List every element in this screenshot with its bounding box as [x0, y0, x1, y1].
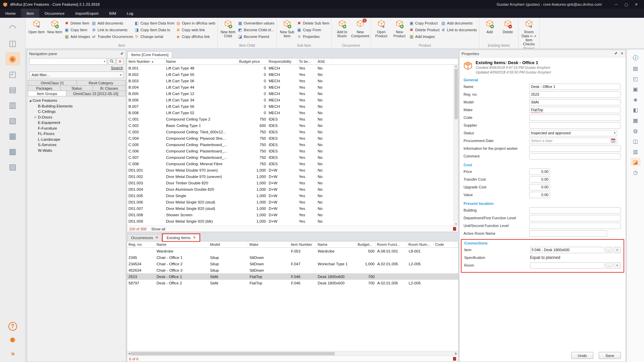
filter-tab-packages[interactable]: Packages	[28, 85, 61, 91]
field-input-comment[interactable]	[529, 153, 621, 160]
table-row[interactable]: D01.005Door Single1,000D+WYesNo	[127, 192, 458, 199]
ribbon-button-new-component[interactable]: 2New Component	[352, 19, 369, 38]
table-row[interactable]: B.006Lift Cart Type 340MECHYesNo	[127, 97, 458, 103]
table-row[interactable]: C.001Compound Ceiling Type 2750IDESYesNo	[127, 116, 458, 122]
close-tab-icon[interactable]: ✕	[155, 235, 158, 240]
field-input-building[interactable]	[529, 207, 621, 214]
field-input-room[interactable]	[530, 262, 604, 269]
ribbon-button-delete-sub-item[interactable]: ✖Delete Sub Item	[297, 20, 329, 26]
field-input-code[interactable]	[529, 115, 621, 121]
table-row[interactable]: B.007Lift Cart Type 560MECHYesNo	[127, 103, 458, 109]
pin-icon[interactable]	[614, 51, 618, 56]
table-row-selected[interactable]: 2523Desk - Office 1SitAtFlatTopF.046Desk…	[127, 273, 458, 280]
close-panel-icon[interactable]: ✕	[621, 51, 624, 56]
sidebar-item-data[interactable]: ▥	[5, 98, 20, 112]
browse-room-button[interactable]: …	[606, 262, 612, 269]
table-row[interactable]: 58797Desk - Office 2SitAtFlatTopF.046Des…	[127, 280, 458, 286]
ribbon-button-copy-product[interactable]: ▣Copy Product	[409, 20, 440, 26]
ribbon-button-new-item[interactable]: New Item	[46, 19, 63, 34]
maximize-button[interactable]: ▢	[621, 2, 631, 7]
column-header-budget-price[interactable]: Budget price	[238, 58, 267, 64]
clear-item-button[interactable]: ✕	[614, 247, 621, 253]
column-header-item-number[interactable]: Item Number▲	[127, 58, 165, 64]
tree-node-core-features[interactable]: ◢Core Features	[28, 98, 125, 103]
ribbon-button-room-data-item-checks[interactable]: Room Data <- > Item Checks	[521, 19, 537, 46]
field-input-information-for-the-project-worker[interactable]	[529, 145, 621, 152]
table-row[interactable]: B.001Lift Cart Type 480MECHYesNo	[127, 65, 458, 71]
tab-existing-items[interactable]: Existing Items✕	[163, 234, 200, 241]
field-input-active-room-name[interactable]	[529, 230, 607, 237]
ribbon-button-change-serial[interactable]: ↻Change serial	[135, 34, 174, 39]
column-header-item-number-4[interactable]: Item Number	[289, 241, 316, 247]
ribbon-button-link-to-documents[interactable]: ⊕Link to documents	[441, 27, 477, 33]
browse-item-button[interactable]: …	[606, 247, 612, 253]
table-row[interactable]: D01.009Door Metal Single 920 (blk)1,000D…	[127, 218, 458, 224]
menu-tab-bim[interactable]: BIM	[104, 9, 121, 18]
filter-indicator-icon[interactable]	[453, 357, 456, 361]
ribbon-button-copy-from[interactable]: ▣Copy From	[297, 27, 329, 33]
field-input-reg-no[interactable]: 2523	[529, 91, 621, 98]
table-row[interactable]: D01.006Door Metal Single 920 (stud)1,000…	[127, 199, 458, 205]
column-header-room-funct-7[interactable]: Room Funct...	[376, 241, 407, 247]
table-row[interactable]: D01.002Door Metal Double 970 (uneven)1,0…	[127, 173, 458, 180]
clear-room-button[interactable]: ✕	[614, 262, 621, 269]
sidebar-item-products[interactable]: ◰	[5, 67, 20, 81]
table-row[interactable]: D01.008Shower Screen1,000D+WYesNo	[127, 212, 458, 218]
right-strip-history[interactable]: ◷	[631, 168, 641, 176]
ribbon-button-add-documents[interactable]: ▤Add documents	[441, 20, 477, 26]
menu-tab-occurrence[interactable]: Occurrence	[39, 9, 70, 18]
sidebar-item-buildings[interactable]: ▦	[5, 129, 20, 143]
sidebar-item-room-function[interactable]: ◫	[5, 37, 20, 50]
column-header-budget-6[interactable]: Budget...	[356, 241, 376, 247]
table-row[interactable]: 452634Chair - Office 3SitupSitDown	[127, 267, 458, 273]
filter-tab-omniclass-21[interactable]: OmniClass 21	[28, 80, 77, 86]
ribbon-button-properties[interactable]: ≡Properties	[297, 34, 329, 39]
right-strip-item-children[interactable]: ◫	[631, 137, 641, 145]
tree-node-fl-floors[interactable]: FL-Floors	[28, 131, 125, 137]
table-row[interactable]: B.003Lift Cart Type 060MECHYesNo	[127, 78, 458, 84]
column-header-name-1[interactable]: Name	[155, 241, 209, 247]
column-header-code-9[interactable]: Code	[434, 241, 455, 247]
ribbon-button-copy-item-data-to[interactable]: ◨Copy Item Data to	[135, 27, 174, 33]
ribbon-button-delete[interactable]: Delete	[499, 19, 516, 34]
ribbon-button-new-product[interactable]: New Product	[391, 19, 408, 38]
column-header-reg-no-0[interactable]: Reg. no:	[127, 241, 155, 247]
ribbon-button-add-to-room[interactable]: Add to Room	[334, 19, 351, 38]
field-input-supplier[interactable]	[529, 122, 621, 129]
sidebar-item-settings[interactable]: ✸	[9, 335, 16, 345]
table-row[interactable]: B.008Lift Cart Type 020MECHYesNo	[127, 109, 458, 116]
table-row[interactable]: B.002Lift Cart Type 550MECHYesNo	[127, 71, 458, 78]
tab-occurrences[interactable]: Occurrences✕	[127, 234, 162, 241]
tree-node-e-equipment[interactable]: E-Equipment	[28, 120, 125, 126]
ribbon-button-transfer-occurrences[interactable]: ⇄Transfer Occurrences	[92, 34, 133, 39]
tree-node-b-building-elements[interactable]: B-Building Elements	[28, 103, 125, 109]
table-row[interactable]: D01.003Door Timber Double 8201,000D+WYes…	[127, 180, 458, 186]
ribbon-button-add-documents[interactable]: ▤Add documents	[92, 20, 133, 26]
ribbon-button-overwritten-values[interactable]: ▦Overwritten values	[238, 20, 274, 26]
ribbon-button-new-item-child[interactable]: New Item Child	[220, 19, 236, 38]
table-row[interactable]: C.003Compound Ceiling: Tiled_600x12...75…	[127, 129, 458, 135]
right-strip-bim-models[interactable]: ◈	[631, 95, 641, 103]
ribbon-button-copy-item-data-from[interactable]: ◧Copy Item Data from	[135, 20, 174, 26]
table-row[interactable]: D01.007Door Metal Single 820 (stud)1,000…	[127, 205, 458, 212]
table-row[interactable]: 2345Chair - Office 1SitupSitDown	[127, 254, 458, 261]
table-row[interactable]: B.004Lift Cart Type 440MECHYesNo	[127, 84, 458, 90]
right-strip-classification[interactable]: ▣	[631, 85, 641, 93]
table-row[interactable]: D01.001Door Metal Double 970 (even)1,000…	[127, 167, 458, 173]
column-header-to-be[interactable]: To be...	[298, 58, 316, 64]
field-input-price[interactable]: 0.00	[529, 169, 550, 175]
table-row[interactable]: C.007Compound Ceiling: Plasterboard_...7…	[127, 154, 458, 161]
save-button[interactable]: Save	[599, 352, 621, 359]
table-row[interactable]: 234534Chair - Office 2SitupSitDownF.047W…	[127, 261, 458, 267]
tab-items-core-features[interactable]: Items [Core Features]	[127, 51, 172, 58]
table-row[interactable]: WardrobeF.053Wardrobe500A.08.01.001L8-00…	[127, 248, 458, 254]
right-strip-info[interactable]: i	[631, 54, 641, 62]
right-strip-products[interactable]: ◧	[631, 106, 641, 114]
ribbon-button-become-child-of[interactable]: ◩Become Child of...	[238, 27, 274, 33]
search-input[interactable]: ▾	[29, 58, 107, 65]
sidebar-item-items[interactable]: ◉	[5, 52, 20, 65]
search-link[interactable]: Search	[111, 66, 123, 70]
clear-search-button[interactable]: ✕	[116, 58, 124, 65]
sidebar-item-construction[interactable]: ▧	[5, 114, 20, 127]
field-input-value[interactable]: 0.00	[529, 192, 550, 198]
